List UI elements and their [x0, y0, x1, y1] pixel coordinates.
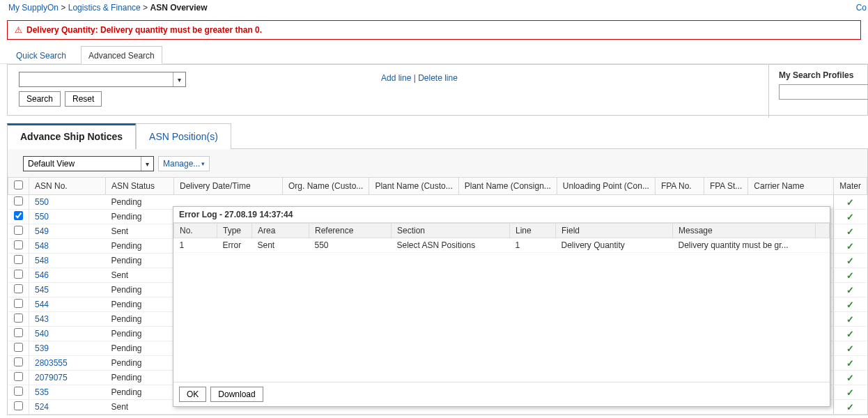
col-org-cust[interactable]: Org. Name (Custo...: [283, 178, 369, 195]
chevron-down-icon[interactable]: ▾: [141, 157, 153, 171]
check-icon: ✓: [846, 402, 854, 412]
row-checkbox[interactable]: [14, 299, 23, 308]
check-icon: ✓: [846, 256, 854, 266]
asn-status: Pending: [106, 297, 174, 312]
elog-col-section[interactable]: Section: [392, 224, 510, 238]
asn-no-link[interactable]: 550: [35, 212, 49, 222]
asn-no-link[interactable]: 539: [35, 343, 49, 353]
asn-status: Pending: [106, 195, 174, 210]
row-checkbox[interactable]: [14, 401, 23, 410]
col-asn-no[interactable]: ASN No.: [29, 178, 106, 195]
asn-status: Pending: [106, 210, 174, 224]
row-checkbox[interactable]: [14, 196, 23, 206]
asn-no-link[interactable]: 549: [35, 226, 49, 236]
elog-col-type[interactable]: Type: [217, 224, 252, 238]
row-checkbox[interactable]: [14, 343, 23, 352]
breadcrumb: My SupplyOn > Logistics & Finance > ASN …: [0, 0, 868, 16]
row-checkbox[interactable]: [14, 211, 23, 220]
delete-line-link[interactable]: Delete line: [418, 73, 458, 83]
search-panel: ▾ Search Reset Add line | Delete line My…: [7, 64, 868, 116]
view-select[interactable]: ▾: [23, 156, 154, 171]
row-checkbox[interactable]: [14, 255, 23, 264]
asn-no-link[interactable]: 545: [35, 285, 49, 295]
chevron-down-icon[interactable]: ▾: [173, 72, 185, 86]
elog-col-field[interactable]: Field: [556, 224, 673, 238]
search-field-input[interactable]: [20, 72, 173, 86]
col-carrier[interactable]: Carrier Name: [748, 178, 834, 195]
col-status[interactable]: ASN Status: [106, 178, 174, 195]
row-checkbox[interactable]: [14, 387, 23, 396]
check-icon: ✓: [846, 387, 854, 398]
col-fpa-no[interactable]: FPA No.: [655, 178, 704, 195]
row-checkbox[interactable]: [14, 240, 23, 249]
search-profiles-panel: My Search Profiles: [768, 65, 867, 118]
search-field-combo[interactable]: ▾: [19, 72, 186, 87]
row-checkbox[interactable]: [14, 284, 23, 293]
search-button[interactable]: Search: [19, 91, 61, 107]
col-unload[interactable]: Unloading Point (Con...: [557, 178, 655, 195]
tab-advanced-search[interactable]: Advanced Search: [81, 46, 162, 64]
asn-status: Pending: [106, 254, 174, 268]
col-plant-cust[interactable]: Plant Name (Custo...: [369, 178, 458, 195]
asn-no-link[interactable]: 548: [35, 241, 49, 251]
asn-no-link[interactable]: 540: [35, 329, 49, 339]
error-log-download-button[interactable]: Download: [210, 387, 263, 402]
row-checkbox[interactable]: [14, 226, 23, 235]
check-icon: ✓: [846, 358, 854, 369]
asn-no-link[interactable]: 543: [35, 314, 49, 324]
row-checkbox[interactable]: [14, 328, 23, 337]
col-fpa-st[interactable]: FPA St...: [704, 178, 747, 195]
check-icon: ✓: [846, 373, 854, 383]
reset-button[interactable]: Reset: [65, 91, 102, 107]
asn-no-link[interactable]: 2079075: [35, 373, 68, 382]
check-icon: ✓: [846, 329, 854, 339]
main-tabs: Advance Ship Notices ASN Position(s): [7, 123, 868, 149]
row-checkbox[interactable]: [14, 372, 23, 381]
asn-no-link[interactable]: 535: [35, 387, 49, 397]
check-icon: ✓: [846, 314, 854, 325]
elog-col-no[interactable]: No.: [174, 224, 217, 238]
check-icon: ✓: [846, 226, 854, 237]
manage-views-button[interactable]: Manage...▾: [158, 156, 210, 171]
asn-no-link[interactable]: 548: [35, 256, 49, 265]
tab-asn[interactable]: Advance Ship Notices: [7, 123, 136, 149]
asn-status: Pending: [106, 239, 174, 254]
breadcrumb-l2[interactable]: Logistics & Finance: [68, 3, 141, 13]
check-icon: ✓: [846, 197, 854, 208]
col-delivery[interactable]: Delivery Date/Time: [174, 178, 283, 195]
error-log-dialog: Error Log - 27.08.19 14:37:44 No. Type A…: [173, 206, 830, 407]
error-log-row[interactable]: 1ErrorSent550Select ASN Positions1Delive…: [174, 238, 830, 253]
elog-col-area[interactable]: Area: [252, 224, 309, 238]
row-checkbox[interactable]: [14, 270, 23, 279]
asn-status: Sent: [106, 268, 174, 283]
row-checkbox[interactable]: [14, 357, 23, 366]
elog-col-ref[interactable]: Reference: [309, 224, 392, 238]
elog-col-msg[interactable]: Message: [673, 224, 816, 238]
tab-asn-positions[interactable]: ASN Position(s): [136, 123, 231, 149]
check-icon: ✓: [846, 241, 854, 251]
search-tabs: Quick Search Advanced Search: [0, 45, 868, 64]
asn-no-link[interactable]: 550: [35, 197, 49, 207]
col-plant-cons[interactable]: Plant Name (Consign...: [458, 178, 557, 195]
profiles-combo[interactable]: [779, 84, 868, 100]
asn-status: Pending: [106, 356, 174, 371]
tab-quick-search[interactable]: Quick Search: [8, 46, 74, 64]
elog-col-line[interactable]: Line: [510, 224, 556, 238]
error-alert: ⚠ Delivery Quantity: Delivery quantity m…: [7, 20, 861, 40]
view-select-input[interactable]: [24, 157, 141, 171]
asn-no-link[interactable]: 544: [35, 300, 49, 309]
asn-status: Pending: [106, 385, 174, 400]
add-line-link[interactable]: Add line: [381, 73, 411, 83]
col-mater[interactable]: Mater: [834, 178, 867, 195]
breadcrumb-l1[interactable]: My SupplyOn: [8, 3, 59, 13]
asn-no-link[interactable]: 2803555: [35, 358, 68, 368]
select-all-checkbox[interactable]: [14, 180, 23, 189]
error-log-ok-button[interactable]: OK: [179, 387, 206, 402]
check-icon: ✓: [846, 343, 854, 354]
asn-no-link[interactable]: 546: [35, 270, 49, 280]
asn-no-link[interactable]: 524: [35, 402, 49, 412]
top-right-link[interactable]: Co: [856, 3, 868, 13]
asn-status: Pending: [106, 312, 174, 327]
check-icon: ✓: [846, 285, 854, 295]
row-checkbox[interactable]: [14, 314, 23, 323]
